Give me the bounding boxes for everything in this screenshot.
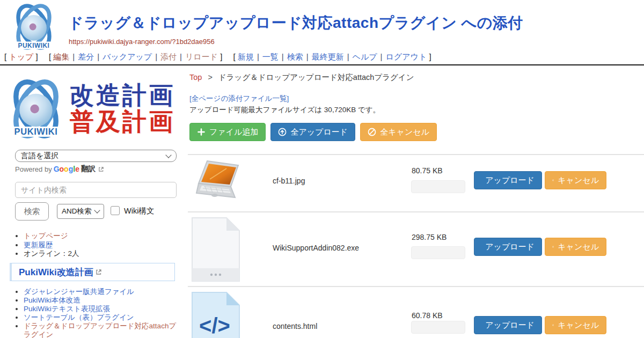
separator: |: [72, 52, 75, 61]
sidebar-item-core-mod[interactable]: PukiWiki本体改造: [24, 296, 80, 304]
file-name: contents.html: [273, 322, 317, 330]
row-divider: [188, 286, 644, 287]
nav-item-search[interactable]: 検索: [287, 52, 303, 61]
banner-line-kaizou: 改造計画: [70, 83, 175, 109]
separator: |: [257, 52, 259, 61]
upload-toolbar: ファイル追加 全アップロード 全キャンセル: [189, 123, 437, 141]
file-name: cf-b11.jpg: [273, 177, 305, 185]
search-mode-select[interactable]: AND検索: [57, 204, 104, 219]
nav-item-edit[interactable]: 編集: [53, 52, 69, 61]
top-navigation: [ トップ ] [ 編集|差分|バックアップ|添付|リロード ] [ 新規|一覧…: [4, 52, 440, 62]
list-item: PukiWiki本体改造: [24, 296, 182, 305]
nav-item-logout[interactable]: ログアウト: [386, 52, 427, 61]
sidebar-plugin-links: ダジャレンジャー版共通ファイル PukiWiki本体改造 PukiWikiテキス…: [24, 288, 182, 338]
laptop-photo-thumbnail: [191, 159, 246, 204]
separator: |: [306, 52, 309, 61]
bracket: ]: [220, 52, 222, 61]
page-title: ドラッグ＆ドロップアップロード対応attachプラグイン への添付: [68, 13, 523, 33]
site-search-input[interactable]: [15, 182, 177, 198]
nav-item-new[interactable]: 新規: [238, 52, 254, 61]
cancel-button[interactable]: キャンセル: [545, 316, 606, 334]
wiki-syntax-label: Wiki構文: [124, 206, 154, 216]
nav-item-help[interactable]: ヘルプ: [353, 52, 377, 61]
row-divider: [188, 154, 644, 155]
ban-icon: [552, 176, 554, 185]
breadcrumb: Top > ドラッグ＆ドロップアップロード対応attachプラグイン: [189, 72, 414, 83]
search-mode-value: AND検索: [62, 207, 92, 216]
nav-item-backup[interactable]: バックアップ: [103, 52, 152, 61]
powered-by-label: Powered by: [15, 165, 52, 173]
list-item: トップページ: [24, 232, 182, 240]
cancel-all-button[interactable]: 全キャンセル: [360, 123, 437, 141]
banner-text: 改造計画 普及計画: [68, 83, 175, 135]
bracket: ]: [429, 52, 431, 61]
separator: |: [180, 52, 182, 61]
ban-icon: [552, 321, 554, 329]
add-file-button[interactable]: ファイル追加: [189, 123, 266, 141]
max-upload-size-text: アップロード可能最大ファイルサイズは 30,720KB です。: [189, 105, 380, 115]
bracket: ]: [36, 52, 38, 61]
nav-item-recent[interactable]: 最終更新: [312, 52, 344, 61]
nav-item-diff[interactable]: 差分: [78, 52, 94, 61]
pukiwiki-atom-logo-icon[interactable]: PUKIWIKI: [5, 2, 62, 52]
search-button[interactable]: 検索: [15, 202, 49, 221]
separator: |: [97, 52, 99, 61]
site-header: PUKIWIKI ドラッグ＆ドロップアップロード対応attachプラグイン への…: [0, 0, 644, 65]
sidebar-item-dnd-attach[interactable]: ドラッグ＆ドロップアップロード対応attachプラグイン: [24, 322, 176, 338]
upload-progress-bar: [411, 180, 465, 193]
file-size: 60.78 KB: [412, 311, 443, 320]
sidebar-item-update-history[interactable]: 更新履歴: [24, 241, 53, 249]
breadcrumb-current: ドラッグ＆ドロップアップロード対応attachプラグイン: [218, 73, 414, 82]
language-select-value: 言語を選択: [21, 151, 58, 161]
list-item: 更新履歴: [24, 241, 182, 249]
chevron-down-icon: [94, 207, 100, 213]
upload-button[interactable]: アップロード: [474, 238, 542, 256]
upload-button[interactable]: アップロード: [474, 316, 542, 334]
list-item: ダジャレンジャー版共通ファイル: [24, 288, 182, 296]
separator: |: [282, 52, 284, 61]
cancel-button[interactable]: キャンセル: [545, 238, 606, 256]
cancel-button[interactable]: キャンセル: [545, 171, 606, 189]
main-content: Top > ドラッグ＆ドロップアップロード対応attachプラグイン [全ページ…: [188, 65, 644, 338]
page-url-link[interactable]: https://pukiwiki.dajya-ranger.com/?1bd2d…: [69, 38, 215, 46]
separator: |: [155, 52, 157, 61]
file-name: WikiSupportAddin082.exe: [273, 244, 359, 252]
breadcrumb-separator: >: [208, 73, 212, 82]
nav-item-top[interactable]: トップ: [9, 52, 33, 61]
bracket: [: [233, 52, 236, 61]
breadcrumb-top-link[interactable]: Top: [189, 73, 202, 82]
sidebar-item-top-page[interactable]: トップページ: [24, 232, 68, 240]
translate-link[interactable]: 翻訳: [81, 164, 96, 174]
google-translate-attribution: Powered by Google 翻訳: [15, 164, 104, 174]
svg-text:PUKIWIKI: PUKIWIKI: [14, 127, 58, 136]
list-item: PukiWikiテキスト表現拡張: [24, 305, 182, 313]
sidebar-site-link[interactable]: PukiWiki改造計画: [19, 266, 93, 278]
sidebar: PUKIWIKI 改造計画 普及計画 言語を選択 Powered by Goog…: [0, 65, 186, 338]
bracket: [: [4, 52, 6, 61]
list-item: ドラッグ＆ドロップアップロード対応attachプラグイン: [24, 322, 182, 338]
sidebar-item-sort-table[interactable]: ソートテーブル（表）プラグイン: [24, 313, 134, 321]
svg-text:</>: </>: [199, 314, 230, 337]
wiki-syntax-checkbox[interactable]: [111, 206, 120, 215]
nav-item-list[interactable]: 一覧: [262, 52, 279, 61]
all-pages-attach-list-link[interactable]: [全ページの添付ファイル一覧]: [189, 94, 289, 104]
html-file-icon: </>: [191, 291, 240, 338]
nav-item-reload[interactable]: リロード: [185, 52, 218, 61]
upload-button[interactable]: アップロード: [474, 171, 542, 189]
plus-icon: [197, 128, 206, 136]
upload-all-button[interactable]: 全アップロード: [270, 123, 355, 141]
ban-icon: [552, 243, 554, 251]
sidebar-item-text-ext[interactable]: PukiWikiテキスト表現拡張: [24, 305, 110, 313]
language-select[interactable]: 言語を選択: [15, 150, 177, 162]
pukiwiki-kaizou-banner[interactable]: PUKIWIKI 改造計画 普及計画: [4, 74, 179, 144]
upload-circle-icon: [278, 128, 287, 136]
bracket: [: [49, 52, 51, 61]
separator: |: [347, 52, 349, 61]
file-size: 298.75 KB: [412, 233, 447, 241]
pukiwiki-kaizou-heading-box: PukiWiki改造計画: [10, 263, 175, 281]
nav-item-attach[interactable]: 添付: [160, 52, 177, 61]
external-link-icon: [96, 269, 102, 275]
sidebar-item-common-files[interactable]: ダジャレンジャー版共通ファイル: [24, 288, 134, 296]
external-link-icon: [98, 166, 104, 172]
generic-file-icon: [191, 217, 240, 282]
